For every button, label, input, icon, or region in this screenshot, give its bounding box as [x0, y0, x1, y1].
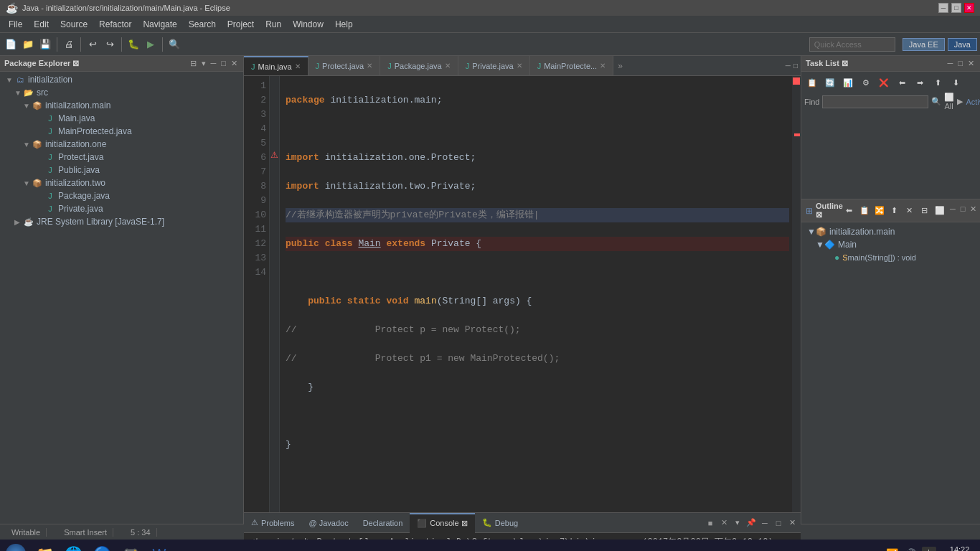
pe-collapse-btn[interactable]: ⊟ [189, 59, 198, 68]
toolbar-undo[interactable]: ↩ [85, 37, 100, 52]
perspective-java-ee[interactable]: Java EE [903, 38, 945, 51]
outline-minimize-btn[interactable]: ─ [948, 204, 957, 217]
tab-main-java[interactable]: J Main.java ✕ [244, 56, 308, 76]
toolbar-debug[interactable]: 🐛 [126, 37, 141, 52]
tree-item-package-java[interactable]: J Package.java [0, 189, 243, 202]
tl-btn-3[interactable]: 📊 [840, 75, 856, 90]
outline-item-class[interactable]: ▼ 🔷 Main [804, 238, 977, 251]
outline-btn-7[interactable]: ⬜ [933, 204, 946, 217]
menu-file[interactable]: File [3, 18, 28, 31]
tree-item-protect-java[interactable]: J Protect.java [0, 151, 243, 164]
tree-item-jre[interactable]: ▶ ☕ JRE System Library [JavaSE-1.7] [0, 215, 243, 228]
tab-mainprotected-java[interactable]: J MainProtecte... ✕ [530, 56, 613, 76]
tl-btn-5[interactable]: ❌ [876, 75, 892, 90]
tab-overflow[interactable]: » [613, 61, 627, 71]
task-find-input[interactable] [822, 95, 928, 108]
tab-close-private[interactable]: ✕ [517, 62, 522, 70]
tl-btn-4[interactable]: ⚙ [858, 75, 874, 90]
tree-item-mainprotected-java[interactable]: J MainProtected.java [0, 125, 243, 138]
tl-minimize-btn[interactable]: ─ [946, 59, 955, 68]
tab-close-protect[interactable]: ✕ [367, 62, 372, 70]
task-find-btn[interactable]: 🔍 [931, 97, 941, 106]
bottom-tab-console[interactable]: ⬛ Console ⊠ [410, 513, 474, 533]
outline-btn-4[interactable]: ⬆ [888, 204, 901, 217]
tl-btn-9[interactable]: ⬇ [948, 75, 963, 90]
tree-item-init-one[interactable]: ▼ 📦 initialization.one [0, 138, 243, 151]
menu-search[interactable]: Search [183, 18, 222, 31]
menu-navigate[interactable]: Navigate [137, 18, 182, 31]
menu-run[interactable]: Run [260, 18, 287, 31]
tree-item-private-java[interactable]: J Private.java [0, 202, 243, 215]
editor-minimize-btn[interactable]: ─ [786, 62, 791, 70]
outline-btn-6[interactable]: ⊟ [918, 204, 931, 217]
code-content[interactable]: package initialization.main; import init… [280, 76, 801, 512]
tab-close-mainprotected[interactable]: ✕ [600, 62, 606, 70]
quick-access-input[interactable] [809, 37, 895, 52]
tab-close-package[interactable]: ✕ [445, 62, 451, 70]
outline-btn-3[interactable]: 🔀 [873, 204, 886, 217]
pe-minimize-btn[interactable]: ─ [209, 59, 218, 68]
taskbar-app-game[interactable]: 🎮 [118, 541, 143, 551]
pe-maximize-btn[interactable]: □ [220, 59, 227, 68]
tab-private-java[interactable]: J Private.java ✕ [458, 56, 530, 76]
minimize-button[interactable]: ─ [938, 3, 948, 13]
tree-item-src[interactable]: ▼ 📂 src [0, 86, 243, 99]
console-clear-btn[interactable]: ✕ [718, 517, 730, 529]
outline-close-btn[interactable]: ✕ [969, 204, 978, 217]
tree-item-initialization[interactable]: ▼ 🗂 initialization [0, 73, 243, 86]
taskbar-app-chrome[interactable]: 🔵 [89, 541, 115, 551]
close-button[interactable]: ✕ [964, 3, 974, 13]
outline-maximize-btn[interactable]: □ [959, 204, 967, 217]
title-bar-controls[interactable]: ─ □ ✕ [938, 3, 974, 13]
menu-project[interactable]: Project [222, 18, 260, 31]
start-logo[interactable]: ⊞ [6, 544, 26, 551]
outline-btn-2[interactable]: 📋 [858, 204, 871, 217]
toolbar-open[interactable]: 📁 [20, 37, 36, 52]
bottom-tab-debug[interactable]: 🐛 Debug [475, 513, 525, 533]
toolbar-search[interactable]: 🔍 [166, 37, 182, 52]
menu-edit[interactable]: Edit [28, 18, 55, 31]
console-stop-btn[interactable]: ■ [705, 517, 716, 529]
outline-item-method[interactable]: ● S main(String[]) : void [804, 251, 977, 264]
taskbar-app-explorer[interactable]: 📁 [32, 541, 57, 551]
pe-close-btn[interactable]: ✕ [230, 59, 239, 68]
pe-menu-btn[interactable]: ▾ [200, 59, 207, 68]
console-menu-btn[interactable]: ▾ [732, 517, 743, 529]
tl-btn-6[interactable]: ⬅ [894, 75, 910, 90]
tl-btn-2[interactable]: 🔄 [822, 75, 838, 90]
outline-btn-5[interactable]: ✕ [903, 204, 916, 217]
taskbar-app-browser1[interactable]: 🌐 [60, 541, 86, 551]
editor-maximize-btn[interactable]: □ [793, 62, 798, 70]
toolbar-redo[interactable]: ↪ [102, 37, 118, 52]
tree-item-init-two[interactable]: ▼ 📦 initialization.two [0, 176, 243, 189]
menu-source[interactable]: Source [55, 18, 93, 31]
outline-item-package[interactable]: ▼ 📦 initialization.main [804, 225, 977, 238]
menu-window[interactable]: Window [287, 18, 329, 31]
tree-item-public-java[interactable]: J Public.java [0, 164, 243, 176]
bottom-tab-problems[interactable]: ⚠ Problems [244, 513, 301, 533]
taskbar-start-button[interactable]: ⊞ [3, 541, 29, 551]
bottom-minimize-btn[interactable]: ─ [759, 517, 771, 529]
activate-label[interactable]: Activate... [966, 98, 980, 106]
tl-btn-1[interactable]: 📋 [804, 75, 820, 90]
tl-close-btn[interactable]: ✕ [966, 59, 976, 68]
tl-btn-7[interactable]: ➡ [912, 75, 928, 90]
tab-close-main[interactable]: ✕ [295, 62, 301, 70]
outline-btn-1[interactable]: ⬅ [843, 204, 856, 217]
maximize-button[interactable]: □ [951, 3, 961, 13]
tab-package-java[interactable]: J Package.java ✕ [380, 56, 458, 76]
bottom-maximize-btn[interactable]: □ [773, 517, 784, 529]
tree-item-main-java[interactable]: J Main.java [0, 112, 243, 125]
tl-maximize-btn[interactable]: □ [956, 59, 964, 68]
arrow-right-icon[interactable]: ▶ [957, 97, 963, 106]
tree-item-init-main[interactable]: ▼ 📦 initialization.main [0, 99, 243, 112]
taskbar-app-word[interactable]: W [146, 541, 172, 551]
console-pin-btn[interactable]: 📌 [745, 517, 757, 529]
toolbar-save[interactable]: 💾 [37, 37, 53, 52]
toolbar-print[interactable]: 🖨 [61, 37, 77, 52]
bottom-tab-javadoc[interactable]: @ Javadoc [301, 513, 355, 533]
menu-refactor[interactable]: Refactor [93, 18, 137, 31]
bottom-close-btn[interactable]: ✕ [786, 517, 798, 529]
perspective-java[interactable]: Java [948, 38, 977, 51]
toolbar-run[interactable]: ▶ [143, 37, 159, 52]
